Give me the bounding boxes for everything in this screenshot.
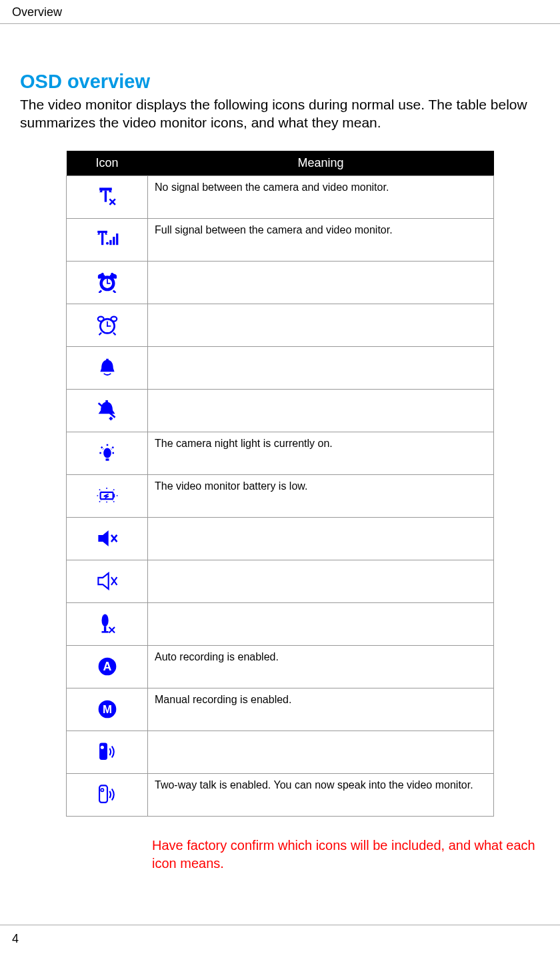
bell-icon <box>97 358 118 378</box>
svg-text:M: M <box>102 703 111 716</box>
table-row <box>67 731 494 773</box>
table-row: A Auto recording is enabled. <box>67 645 494 688</box>
speaker-mute-solid-icon <box>96 529 119 548</box>
page-footer: 4 <box>0 925 560 946</box>
svg-rect-29 <box>113 494 115 498</box>
intro-text: The video monitor displays the following… <box>20 95 540 132</box>
icon-cell <box>67 731 148 773</box>
svg-marker-31 <box>98 573 108 589</box>
col-header-icon: Icon <box>67 151 148 176</box>
review-note: Have factory confirm which icons will be… <box>152 837 540 873</box>
meaning-cell: Manual recording is enabled. <box>148 688 494 731</box>
icon-cell <box>67 304 148 346</box>
meaning-cell <box>148 346 494 389</box>
meaning-cell: Two-way talk is enabled. You can now spe… <box>148 773 494 816</box>
page-content: OSD overview The video monitor displays … <box>0 24 560 873</box>
svg-rect-41 <box>99 785 107 803</box>
speaker-mute-outline-icon <box>96 572 119 590</box>
svg-rect-33 <box>103 626 105 631</box>
icon-cell <box>67 474 148 517</box>
meaning-cell <box>148 261 494 304</box>
meaning-cell <box>148 560 494 602</box>
svg-point-17 <box>97 274 105 279</box>
table-row <box>67 602 494 645</box>
table-row: The video monitor battery is low. <box>67 474 494 517</box>
battery-low-icon <box>95 486 120 505</box>
icon-cell <box>67 517 148 560</box>
svg-rect-16 <box>107 283 110 284</box>
night-light-icon <box>96 443 119 463</box>
auto-record-icon: A <box>97 656 118 677</box>
talk-outline-icon <box>96 783 119 806</box>
page-number: 4 <box>12 932 19 945</box>
icon-cell <box>67 389 148 432</box>
table-row: No signal between the camera and video m… <box>67 175 494 218</box>
talk-solid-icon <box>96 741 119 763</box>
icon-cell <box>67 560 148 602</box>
table-row <box>67 389 494 432</box>
svg-text:A: A <box>103 660 111 673</box>
meaning-cell: No signal between the camera and video m… <box>148 175 494 218</box>
icon-cell <box>67 261 148 304</box>
svg-marker-30 <box>98 530 108 546</box>
page-header: Overview <box>0 0 560 24</box>
table-row <box>67 304 494 346</box>
meaning-cell <box>148 731 494 773</box>
table-row: The camera night light is currently on. <box>67 432 494 474</box>
table-row: Full signal between the camera and video… <box>67 218 494 261</box>
meaning-cell: The camera night light is currently on. <box>148 432 494 474</box>
table-row <box>67 261 494 304</box>
header-section-text: Overview <box>12 5 62 19</box>
svg-rect-34 <box>101 631 108 633</box>
icon-cell: A <box>67 645 148 688</box>
no-signal-icon <box>96 185 119 208</box>
meaning-cell <box>148 517 494 560</box>
svg-rect-5 <box>101 233 103 245</box>
mic-mute-icon <box>98 612 117 635</box>
svg-point-32 <box>101 614 108 627</box>
svg-point-18 <box>109 274 117 279</box>
svg-point-26 <box>103 448 111 458</box>
section-title: OSD overview <box>20 71 540 93</box>
svg-point-40 <box>100 746 103 749</box>
svg-rect-23 <box>107 326 111 327</box>
svg-point-21 <box>111 317 117 322</box>
col-header-meaning: Meaning <box>148 151 494 176</box>
manual-record-icon: M <box>97 698 118 720</box>
meaning-cell: Auto recording is enabled. <box>148 645 494 688</box>
svg-rect-27 <box>105 458 109 460</box>
icon-cell <box>67 346 148 389</box>
meaning-cell <box>148 602 494 645</box>
bell-plus-icon <box>96 400 119 421</box>
svg-rect-11 <box>116 233 118 245</box>
meaning-cell <box>148 389 494 432</box>
meaning-cell: Full signal between the camera and video… <box>148 218 494 261</box>
table-row: M Manual recording is enabled. <box>67 688 494 731</box>
svg-point-20 <box>97 317 103 322</box>
meaning-cell <box>148 304 494 346</box>
icon-cell: M <box>67 688 148 731</box>
icon-cell <box>67 602 148 645</box>
alarm-solid-icon <box>95 272 119 293</box>
svg-rect-1 <box>104 191 106 202</box>
icon-cell <box>67 175 148 218</box>
alarm-outline-icon <box>95 314 119 336</box>
icon-cell <box>67 432 148 474</box>
svg-rect-39 <box>99 743 107 760</box>
table-row: Two-way talk is enabled. You can now spe… <box>67 773 494 816</box>
icon-cell <box>67 773 148 816</box>
svg-rect-10 <box>113 237 115 245</box>
osd-icon-table: Icon Meaning No signal between the camer… <box>66 151 494 817</box>
meaning-cell: The video monitor battery is low. <box>148 474 494 517</box>
icon-cell <box>67 218 148 261</box>
svg-point-42 <box>101 789 103 791</box>
svg-rect-9 <box>109 240 111 245</box>
svg-rect-15 <box>107 279 108 284</box>
svg-rect-24 <box>106 359 109 362</box>
table-row <box>67 560 494 602</box>
svg-rect-25 <box>105 400 108 403</box>
full-signal-icon <box>95 228 119 251</box>
table-row <box>67 517 494 560</box>
svg-point-8 <box>105 242 108 245</box>
table-row <box>67 346 494 389</box>
